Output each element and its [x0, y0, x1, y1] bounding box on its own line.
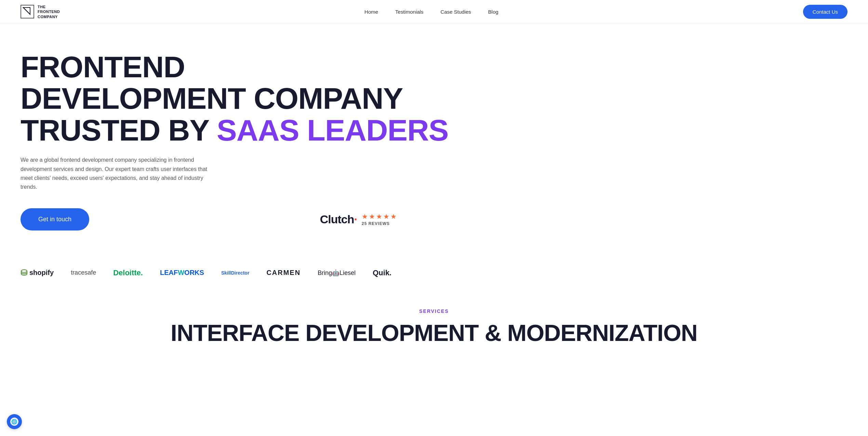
shopify-icon: ⛁ — [21, 268, 27, 278]
logo-icon — [21, 5, 34, 18]
carmen-logo: CARMEN — [266, 269, 301, 277]
skilldirector-label: SkillDirector — [221, 270, 249, 276]
clutch-stars: ★ ★ ★ ★ ★ — [362, 212, 397, 221]
nav-case-studies[interactable]: Case Studies — [441, 9, 471, 15]
nav-links: Home Testimonials Case Studies Blog — [364, 9, 498, 15]
quik-logo: Quik. — [373, 268, 391, 277]
bringliesel-logo: Bring🤖Liesel — [318, 269, 356, 277]
hero-subtitle: We are a global frontend development com… — [21, 156, 219, 192]
deloitte-label: Deloitte. — [113, 268, 143, 277]
get-in-touch-button[interactable]: Get in touch — [21, 208, 89, 230]
contact-us-button[interactable]: Contact Us — [803, 5, 847, 19]
logo: THE FRONTEND COMPANY — [21, 4, 60, 19]
bringliesel-label: Bring🤖Liesel — [318, 269, 356, 277]
nav-blog[interactable]: Blog — [488, 9, 498, 15]
star-1: ★ — [362, 212, 368, 221]
tracesafe-logo: tracesafe — [71, 269, 96, 276]
clutch-badge: Clutch· ★ ★ ★ ★ ★ 25 REVIEWS — [320, 212, 397, 226]
clutch-reviews-text: 25 REVIEWS — [362, 221, 390, 226]
star-2: ★ — [369, 212, 375, 221]
logo-text: THE FRONTEND COMPANY — [38, 4, 60, 19]
star-5: ★ — [390, 212, 397, 221]
hero-title: FRONTEND DEVELOPMENT COMPANY TRUSTED BY … — [21, 51, 458, 146]
navbar: THE FRONTEND COMPANY Home Testimonials C… — [0, 0, 868, 24]
tracesafe-label: tracesafe — [71, 269, 96, 276]
client-logos-row: ⛁ shopify tracesafe Deloitte. LEAFWORKS … — [0, 251, 868, 288]
shopify-label: shopify — [29, 269, 54, 277]
star-4: ★ — [383, 212, 389, 221]
nav-testimonials[interactable]: Testimonials — [395, 9, 424, 15]
deloitte-logo: Deloitte. — [113, 268, 143, 277]
hero-section: FRONTEND DEVELOPMENT COMPANY TRUSTED BY … — [0, 24, 479, 251]
services-label: SERVICES — [21, 308, 847, 314]
clutch-stars-column: ★ ★ ★ ★ ★ 25 REVIEWS — [362, 212, 397, 226]
carmen-label: CARMEN — [266, 269, 301, 277]
services-section: SERVICES INTERFACE DEVELOPMENT & MODERNI… — [0, 288, 868, 360]
star-3: ★ — [376, 212, 382, 221]
leafworks-label: LEAFWORKS — [160, 269, 204, 277]
clutch-logo: Clutch· — [320, 213, 357, 226]
shopify-logo: ⛁ shopify — [21, 268, 54, 278]
leafworks-logo: LEAFWORKS — [160, 269, 204, 277]
nav-home[interactable]: Home — [364, 9, 378, 15]
services-title: INTERFACE DEVELOPMENT & MODERNIZATION — [21, 319, 847, 346]
quik-label: Quik. — [373, 268, 391, 277]
skilldirector-logo: SkillDirector — [221, 270, 249, 276]
hero-cta-row: Get in touch Clutch· ★ ★ ★ ★ ★ 25 REVIEW… — [21, 208, 397, 230]
